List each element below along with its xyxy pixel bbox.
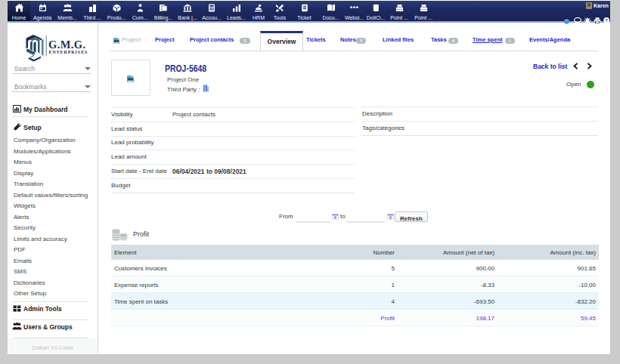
svg-text:G.M.G.: G.M.G. xyxy=(48,39,86,51)
svg-text:?: ? xyxy=(605,18,608,23)
svg-text:ENTERPRISES: ENTERPRISES xyxy=(49,50,88,54)
